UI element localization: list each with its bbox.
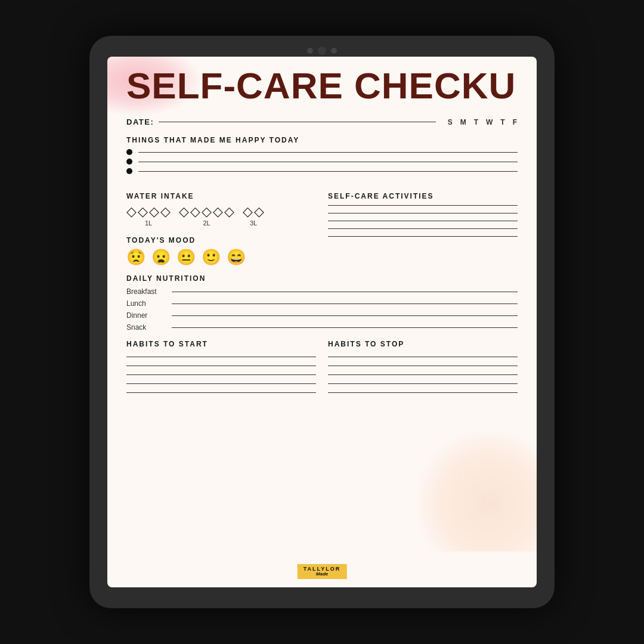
water-label: WATER INTAKE <box>126 192 316 200</box>
snack-line <box>172 327 518 328</box>
water-group-3l[interactable]: ◇ ◇ 3L <box>243 205 264 227</box>
drop-icon: ◇ <box>190 205 200 218</box>
drop-icon: ◇ <box>179 205 189 218</box>
drop-icon: ◇ <box>243 205 253 218</box>
drop-icon: ◇ <box>149 205 159 218</box>
page-title: SELF-CARE CHECKUP <box>126 67 518 104</box>
water-group-2l[interactable]: ◇ ◇ ◇ ◇ ◇ 2L <box>179 205 234 227</box>
habit-start-line-4[interactable] <box>126 383 316 384</box>
drop-icon: ◇ <box>138 205 148 218</box>
habits-section: HABITS TO START HABITS TO STOP <box>126 340 518 393</box>
habits-start-title: HABITS TO START <box>126 340 316 348</box>
selfcare-line-1[interactable] <box>328 205 518 206</box>
habit-stop-line-2[interactable] <box>328 366 518 366</box>
water-section: WATER INTAKE ◇ ◇ ◇ ◇ 1L <box>126 182 316 265</box>
mood-very-sad[interactable]: 😟 <box>126 249 145 265</box>
habits-start-col: HABITS TO START <box>126 340 316 393</box>
selfcare-line-5[interactable] <box>328 236 518 237</box>
volume-1l: 1L <box>145 219 152 227</box>
bullet-dot-2 <box>126 159 132 165</box>
drop-icon: ◇ <box>224 205 234 218</box>
happy-line-3 <box>138 171 518 172</box>
selfcare-line-3[interactable] <box>328 221 518 221</box>
habits-stop-title: HABITS TO STOP <box>328 340 518 348</box>
bullet-dot-3 <box>126 168 132 174</box>
habit-start-line-2[interactable] <box>126 366 316 366</box>
mood-very-happy[interactable]: 😄 <box>227 249 246 265</box>
mood-neutral[interactable]: 😐 <box>177 249 196 265</box>
selfcare-line-2[interactable] <box>328 213 518 213</box>
mood-label: TODAY'S MOOD <box>126 236 316 244</box>
header-banner: SELF-CARE CHECKUP <box>107 57 537 113</box>
happy-line-1 <box>138 152 518 153</box>
drop-icon: ◇ <box>213 205 223 218</box>
day-f: F <box>513 118 518 126</box>
drop-icon: ◇ <box>254 205 264 218</box>
nutrition-breakfast[interactable]: Breakfast <box>126 287 518 296</box>
day-w: W <box>486 118 493 126</box>
habit-start-line-1[interactable] <box>126 357 316 357</box>
breakfast-label: Breakfast <box>126 287 165 296</box>
nutrition-grid: Breakfast Lunch Dinner Snack <box>126 287 518 332</box>
bullet-dot-1 <box>126 149 132 155</box>
habit-stop-line-1[interactable] <box>328 357 518 357</box>
day-t1: T <box>474 118 479 126</box>
tablet-frame: SELF-CARE CHECKUP DATE: S M T W T F THIN… <box>89 36 555 608</box>
snack-label: Snack <box>126 323 165 332</box>
selfcare-lines <box>328 205 518 237</box>
day-m: M <box>460 118 467 126</box>
footer-brand: TALLYLOR Made <box>298 564 347 579</box>
mood-row: 😟 😦 😐 🙂 😄 <box>126 249 316 265</box>
drop-icon: ◇ <box>202 205 212 218</box>
happy-item-3[interactable] <box>126 168 518 174</box>
volume-2l: 2L <box>203 219 210 227</box>
date-label: DATE: <box>126 117 154 126</box>
nutrition-snack[interactable]: Snack <box>126 323 518 332</box>
habits-stop-lines <box>328 357 518 393</box>
happy-list <box>126 149 518 174</box>
lunch-line <box>172 304 518 304</box>
happy-item-2[interactable] <box>126 159 518 165</box>
happy-item-1[interactable] <box>126 149 518 155</box>
habit-start-line-5[interactable] <box>126 392 316 393</box>
nutrition-label: DAILY NUTRITION <box>126 274 518 283</box>
selfcare-label: SELF-CARE ACTIVITIES <box>328 192 518 200</box>
water-group-1l[interactable]: ◇ ◇ ◇ ◇ 1L <box>126 205 171 227</box>
lunch-label: Lunch <box>126 299 165 308</box>
tablet-screen: SELF-CARE CHECKUP DATE: S M T W T F THIN… <box>107 57 537 587</box>
nutrition-lunch[interactable]: Lunch <box>126 299 518 308</box>
mood-happy[interactable]: 🙂 <box>202 249 221 265</box>
page-content: SELF-CARE CHECKUP DATE: S M T W T F THIN… <box>107 57 537 587</box>
happy-section-label: THINGS THAT MADE ME HAPPY TODAY <box>126 136 518 144</box>
day-s: S <box>448 118 453 126</box>
mood-sad[interactable]: 😦 <box>151 249 171 265</box>
drops-3l: ◇ ◇ <box>243 205 264 218</box>
habits-stop-col: HABITS TO STOP <box>328 340 518 393</box>
dinner-label: Dinner <box>126 311 165 320</box>
habit-stop-line-4[interactable] <box>328 383 518 384</box>
drops-2l: ◇ ◇ ◇ ◇ ◇ <box>179 205 234 218</box>
day-t2: T <box>500 118 505 126</box>
drops-1l: ◇ ◇ ◇ ◇ <box>126 205 171 218</box>
happy-line-2 <box>138 162 518 162</box>
habits-start-lines <box>126 357 316 393</box>
drop-icon: ◇ <box>160 205 171 218</box>
camera-lens <box>318 47 326 55</box>
nutrition-dinner[interactable]: Dinner <box>126 311 518 320</box>
days-row: S M T W T F <box>448 118 518 126</box>
habit-stop-line-3[interactable] <box>328 374 518 375</box>
date-row: DATE: S M T W T F <box>126 117 518 126</box>
habit-stop-line-5[interactable] <box>328 392 518 393</box>
selfcare-section: SELF-CARE ACTIVITIES <box>328 182 518 265</box>
brand-name-bottom: Made <box>316 572 328 577</box>
brand-badge: TALLYLOR Made <box>298 564 347 579</box>
habit-start-line-3[interactable] <box>126 374 316 375</box>
date-input-line[interactable] <box>159 122 435 122</box>
breakfast-line <box>172 292 518 292</box>
camera-dot-1 <box>307 48 313 54</box>
drop-icon: ◇ <box>126 205 137 218</box>
dinner-line <box>172 315 518 316</box>
selfcare-line-4[interactable] <box>328 228 518 229</box>
tablet-camera <box>307 47 337 55</box>
volume-3l: 3L <box>250 219 257 227</box>
